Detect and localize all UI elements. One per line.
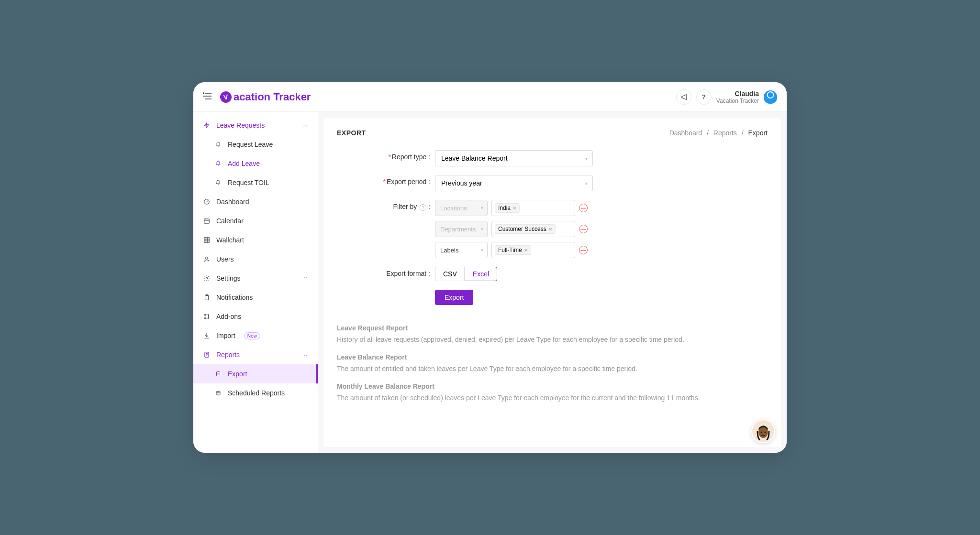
chevron-down-icon: ▾ [585, 181, 588, 186]
sidebar-item-reports[interactable]: Reports ︿ [193, 345, 318, 364]
remove-tag-button[interactable]: ✕ [512, 206, 516, 211]
sidebar-item-request-leave[interactable]: Request Leave [193, 135, 318, 154]
filter-type-select: Departments ▾ [435, 221, 488, 237]
logo-icon: V [219, 90, 233, 104]
bell-icon [214, 141, 222, 148]
svg-rect-13 [216, 392, 220, 395]
clipboard-icon [203, 294, 211, 301]
nav-label: Export [228, 370, 247, 378]
announcement-button[interactable] [676, 89, 691, 105]
sidebar-item-notifications[interactable]: Notifications [193, 288, 318, 307]
help-button[interactable]: ? [696, 89, 712, 105]
svg-rect-1 [204, 219, 210, 223]
filter-row-locations: Locations ▾ India ✕ — [435, 200, 588, 216]
format-excel-option[interactable]: Excel [465, 267, 497, 281]
new-badge: New [244, 332, 260, 339]
sidebar-item-scheduled-reports[interactable]: Scheduled Reports [193, 383, 318, 403]
gear-icon [203, 274, 211, 282]
remove-tag-button[interactable]: ✕ [524, 248, 528, 253]
page-title: EXPORT [337, 129, 366, 137]
sidebar-item-settings[interactable]: Settings ﹀ [193, 269, 318, 288]
user-avatar[interactable] [764, 90, 777, 104]
remove-tag-button[interactable]: ✕ [548, 227, 552, 232]
user-info[interactable]: Claudia Vacation Tracker [716, 90, 759, 104]
svg-point-16 [761, 432, 762, 433]
sidebar-item-users[interactable]: Users [193, 250, 318, 269]
svg-point-3 [206, 257, 208, 259]
sidebar: Leave Requests ︿ Request Leave Add Leave… [193, 112, 318, 453]
nav-label: Reports [216, 351, 240, 359]
filter-tag: Customer Success ✕ [495, 224, 556, 234]
sidebar-item-dashboard[interactable]: Dashboard [193, 192, 318, 211]
svg-point-4 [206, 277, 208, 279]
svg-point-10 [208, 317, 209, 318]
support-chat-button[interactable] [751, 419, 775, 443]
filter-value-input[interactable]: Customer Success ✕ [491, 221, 575, 237]
grid-icon [203, 236, 211, 244]
app-window: V acation Tracker ? Claudia Vacation Tra… [193, 82, 787, 453]
svg-point-9 [204, 317, 205, 318]
nav-label: Wallchart [216, 236, 244, 244]
desc-text: The amount of taken (or scheduled) leave… [337, 393, 768, 403]
sidebar-item-addons[interactable]: Add-ons [193, 307, 318, 326]
sidebar-item-export[interactable]: Export [193, 364, 318, 383]
user-name: Claudia [716, 90, 759, 98]
export-format-group: CSV Excel [435, 267, 497, 281]
sidebar-item-wallchart[interactable]: Wallchart [193, 230, 318, 250]
remove-filter-button[interactable]: — [579, 225, 588, 233]
chevron-down-icon: ▾ [585, 156, 588, 161]
desc-title: Leave Balance Report [337, 353, 768, 361]
export-period-select[interactable]: Previous year ▾ [435, 175, 593, 191]
gauge-icon [203, 198, 211, 206]
nodes-icon [203, 313, 211, 320]
export-icon [214, 370, 222, 378]
desc-text: The amount of entitled and taken leaves … [337, 364, 768, 374]
remove-filter-button[interactable]: — [579, 246, 588, 254]
sidebar-item-add-leave[interactable]: Add Leave [193, 154, 318, 173]
breadcrumb: Dashboard / Reports / Export [669, 129, 768, 137]
report-descriptions: Leave Request Report History of all leav… [337, 324, 768, 403]
header: V acation Tracker ? Claudia Vacation Tra… [193, 82, 787, 112]
filter-by-label: Filter by ? : [337, 200, 435, 211]
sidebar-item-leave-requests[interactable]: Leave Requests ︿ [193, 116, 318, 135]
chevron-down-icon: ▾ [481, 206, 483, 210]
nav-label: Request TOIL [228, 179, 269, 186]
upload-icon [203, 332, 211, 339]
breadcrumb-reports[interactable]: Reports [713, 129, 737, 137]
format-csv-option[interactable]: CSV [435, 267, 465, 281]
nav-label: Settings [216, 274, 241, 282]
lightning-icon [203, 121, 211, 129]
filter-tag: Full-Time ✕ [495, 245, 531, 255]
sidebar-item-import[interactable]: Import New [193, 326, 318, 345]
export-format-label: Export format : [337, 267, 435, 277]
filter-tag: India ✕ [495, 203, 520, 213]
app-logo[interactable]: V acation Tracker [220, 91, 311, 103]
filter-row-departments: Departments ▾ Customer Success ✕ — [435, 221, 588, 237]
calendar-icon [203, 217, 211, 225]
nav-label: Users [216, 255, 234, 263]
chevron-up-icon: ︿ [303, 351, 308, 358]
filter-value-input[interactable]: India ✕ [491, 200, 575, 216]
menu-toggle-button[interactable] [203, 92, 212, 102]
user-icon [203, 255, 211, 263]
desc-text: History of all leave requests (approved,… [337, 335, 768, 345]
nav-label: Scheduled Reports [228, 389, 285, 397]
export-button[interactable]: Export [435, 290, 473, 305]
svg-point-7 [204, 314, 205, 315]
filter-type-select: Locations ▾ [435, 200, 488, 216]
nav-label: Calendar [216, 217, 244, 225]
breadcrumb-dashboard[interactable]: Dashboard [669, 129, 702, 137]
filter-value-input[interactable]: Full-Time ✕ [491, 242, 575, 258]
chevron-down-icon: ﹀ [303, 275, 308, 282]
breadcrumb-current: Export [748, 129, 768, 137]
remove-filter-button[interactable]: — [579, 204, 588, 212]
nav-label: Add-ons [216, 313, 241, 320]
sidebar-item-calendar[interactable]: Calendar [193, 211, 318, 230]
desc-title: Leave Request Report [337, 324, 768, 332]
report-type-select[interactable]: Leave Balance Report ▾ [435, 150, 593, 166]
sidebar-item-request-toil[interactable]: Request TOIL [193, 173, 318, 192]
help-icon[interactable]: ? [420, 204, 426, 211]
filter-type-select[interactable]: Labels ▾ [435, 242, 488, 258]
bell-icon [214, 160, 222, 167]
filter-row-labels: Labels ▾ Full-Time ✕ — [435, 242, 588, 258]
